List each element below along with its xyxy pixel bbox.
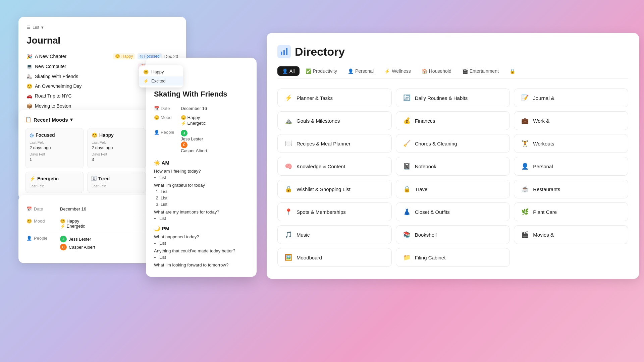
directory-icon	[277, 45, 291, 58]
knowledge-icon: 🧠	[284, 163, 293, 170]
dir-item-finances[interactable]: 💰 Finances	[396, 111, 510, 130]
recipes-icon: 🍽️	[284, 140, 293, 147]
goals-icon: ⛰️	[284, 117, 293, 124]
tired-icon: 🇺	[92, 176, 96, 181]
finances-icon: 💰	[402, 117, 412, 124]
dir-item-restaurants[interactable]: ☕ Restaurants	[514, 180, 628, 198]
dir-item-movies[interactable]: 🎬 Movies &	[514, 225, 628, 244]
tab-more[interactable]: 🔒	[505, 66, 520, 76]
dir-item-notebook[interactable]: 📓 Notebook	[396, 157, 510, 176]
card-header[interactable]: ☰ List ▾	[26, 25, 178, 30]
directory-tabs: 👤 All ✅ Productivity 👤 Personal ⚡ Wellne…	[277, 66, 628, 79]
entry-emoji: 🎉	[26, 54, 32, 59]
notebook-icon: 📓	[402, 163, 412, 170]
dir-item-journal[interactable]: 📝 Journal &	[514, 88, 628, 107]
entry-emoji: 😊	[26, 83, 32, 89]
dir-item-goals[interactable]: ⛰️ Goals & Milestones	[277, 111, 392, 130]
mood-icon: 😊	[154, 115, 159, 120]
moods-icon: 📋	[25, 117, 32, 123]
directory-card: Directory 👤 All ✅ Productivity 👤 Persona…	[267, 33, 639, 279]
wellness-icon: ⚡	[384, 68, 390, 74]
restaurants-icon: ☕	[520, 185, 530, 193]
dir-item-daily-routines[interactable]: 🔄 Daily Routines & Habits	[396, 88, 510, 107]
tab-personal[interactable]: 👤 Personal	[343, 66, 378, 76]
dir-item-filing[interactable]: 📁 Filing Cabinet	[396, 248, 510, 267]
planner-icon: ⚡	[284, 94, 293, 102]
entry-title: 🎉 A New Chapter	[26, 54, 66, 59]
dir-item-workouts[interactable]: 🏋️ Workouts	[514, 134, 628, 153]
focused-icon: ◎	[30, 132, 34, 138]
svg-rect-1	[283, 50, 285, 55]
directory-title: Directory	[295, 45, 345, 58]
music-icon: 🎵	[284, 231, 293, 238]
avatar-casper: C	[181, 141, 187, 148]
dir-item-spots[interactable]: 📍 Spots & Memberships	[277, 202, 392, 221]
tab-productivity[interactable]: ✅ Productivity	[301, 66, 342, 76]
entry-detail-card: 📅 Date December 16 😊 Mood 😊 Happy ⚡ Ener…	[18, 195, 153, 263]
household-icon: 🏠	[422, 68, 427, 74]
productivity-icon: ✅	[306, 68, 311, 74]
dir-item-closet[interactable]: 👗 Closet & Outfits	[396, 202, 510, 221]
mood-tag-happy: 😊 Happy	[113, 53, 135, 59]
skating-journal-card: ⛸️ Skating With Friends 📅 Date December …	[146, 58, 257, 277]
energetic-icon: ⚡	[30, 176, 35, 181]
dir-item-chores[interactable]: 🧹 Chores & Cleaning	[396, 134, 510, 153]
tab-all[interactable]: 👤 All	[277, 66, 300, 76]
dir-item-recipes[interactable]: 🍽️ Recipes & Meal Planner	[277, 134, 392, 153]
dir-item-knowledge[interactable]: 🧠 Knowledge & Content	[277, 157, 392, 176]
list-label: List	[33, 25, 39, 30]
skating-title: Skating With Friends	[154, 90, 249, 99]
recent-moods-card: 📋 Recent Moods ▾ ◎ Focused Last Felt 2 d…	[18, 110, 153, 200]
skating-mood-field: 😊 Mood 😊 Happy ⚡ Energetic	[154, 113, 249, 128]
mood-dropdown[interactable]: 😊 Happy ⚡ Excited	[139, 65, 183, 87]
person-casper: C Casper Albert	[60, 244, 95, 250]
entry-emoji: ⛸️	[26, 74, 32, 79]
moods-header: 📋 Recent Moods ▾	[25, 117, 146, 123]
work-icon: 💼	[520, 117, 530, 124]
dir-item-work[interactable]: 💼 Work &	[514, 111, 628, 130]
avatar-jess: J	[181, 130, 187, 136]
dir-item-music[interactable]: 🎵 Music	[277, 225, 392, 244]
person-jess: J Jess Lester	[60, 236, 95, 242]
am-section: ☀️ AM How am I feeling today? List What …	[154, 160, 249, 221]
wishlist-icon: 🔒	[284, 185, 293, 193]
mood-energetic[interactable]: ⚡ Energetic Last Felt	[25, 172, 84, 193]
mood-happy[interactable]: 😊 Happy Last Felt 2 days ago Days Felt 3	[87, 128, 146, 168]
mood-icon: 😊	[26, 219, 32, 224]
calendar-icon: 📅	[154, 106, 159, 111]
entry-emoji: 📦	[26, 103, 32, 109]
movies-icon: 🎬	[520, 231, 530, 238]
personal-icon: 👤	[348, 68, 354, 74]
happy-emoji: 😊	[143, 69, 149, 74]
moodboard-icon: 🖼️	[284, 254, 293, 261]
people-icon: 👤	[154, 130, 159, 135]
entry-emoji: 🚗	[26, 93, 32, 99]
dropdown-item-excited[interactable]: ⚡ Excited	[139, 76, 183, 85]
dir-item-travel[interactable]: 🔒 Travel	[396, 180, 510, 198]
chevron-icon: ▾	[70, 117, 73, 123]
dropdown-item-happy[interactable]: 😊 Happy	[139, 67, 183, 76]
dir-item-empty	[514, 248, 628, 267]
detail-date-row: 📅 Date December 16	[26, 203, 145, 215]
tab-wellness[interactable]: ⚡ Wellness	[380, 66, 416, 76]
list-icon: ☰	[26, 25, 31, 30]
dir-item-bookshelf[interactable]: 📚 Bookshelf	[396, 225, 510, 244]
dir-item-personal[interactable]: 👤 Personal	[514, 157, 628, 176]
closet-icon: 👗	[402, 208, 412, 216]
tab-entertainment[interactable]: 🎬 Entertainment	[458, 66, 503, 76]
tab-household[interactable]: 🏠 Household	[417, 66, 456, 76]
dir-item-planner[interactable]: ⚡ Planner & Tasks	[277, 88, 392, 107]
bookshelf-icon: 📚	[402, 231, 412, 238]
journal-icon: 📝	[520, 94, 530, 102]
skating-people-field: 👤 People J Jess Lester C Casper Albert	[154, 128, 249, 155]
spots-icon: 📍	[284, 208, 293, 216]
svg-rect-0	[281, 52, 282, 55]
all-icon: 👤	[282, 68, 288, 74]
directory-header: Directory	[277, 45, 628, 58]
mood-tired[interactable]: 🇺 Tired Last Felt	[87, 172, 146, 193]
dir-item-wishlist[interactable]: 🔒 Wishlist & Shopping List	[277, 180, 392, 198]
mood-focused[interactable]: ◎ Focused Last Felt 2 days ago Days Felt…	[25, 128, 84, 168]
personal-icon: 👤	[520, 163, 530, 170]
dir-item-moodboard[interactable]: 🖼️ Moodboard	[277, 248, 392, 267]
dir-item-plants[interactable]: 🌿 Plant Care	[514, 202, 628, 221]
